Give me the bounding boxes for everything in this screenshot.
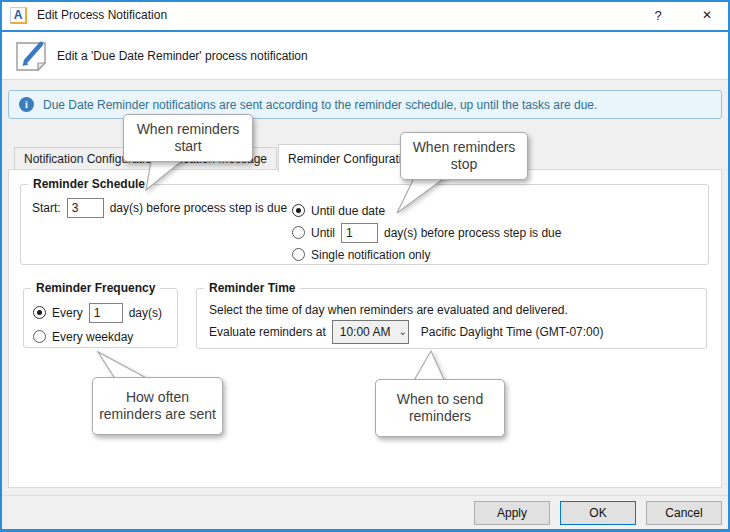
tab-content-panel: Reminder Schedule Start: day(s) before p… (8, 169, 722, 488)
window-title: Edit Process Notification (37, 0, 167, 30)
callout-when-reminders-stop: When reminders stop (400, 132, 528, 180)
info-bar: i Due Date Reminder notifications are se… (8, 90, 722, 119)
timezone-label: Pacific Daylight Time (GMT-07:00) (421, 325, 604, 339)
reminder-time-group: Reminder Time Select the time of day whe… (196, 288, 707, 349)
dialog-header: Edit a 'Due Date Reminder' process notif… (0, 32, 730, 79)
until-days-input[interactable] (341, 223, 378, 243)
reminder-schedule-group: Reminder Schedule Start: day(s) before p… (20, 184, 709, 265)
reminder-schedule-title: Reminder Schedule (28, 177, 150, 191)
app-logo-icon: A (10, 7, 27, 24)
ok-button[interactable]: OK (560, 501, 636, 525)
radio-until-days-before[interactable]: Until day(s) before process step is due (292, 222, 561, 243)
chevron-down-icon: ⌄ (398, 327, 406, 337)
time-dropdown-value: 10:00 AM (340, 325, 391, 339)
footer-divider (0, 495, 730, 496)
start-days-row: Start: day(s) before process step is due (32, 197, 287, 218)
start-label: Start: (32, 201, 61, 215)
radio-until-due-date[interactable]: Until due date (292, 200, 385, 221)
callout-when-reminders-start: When reminders start (123, 114, 253, 162)
cancel-button[interactable]: Cancel (646, 501, 722, 525)
evaluate-reminders-row: Evaluate reminders at 10:00 AM ⌄ Pacific… (209, 319, 603, 345)
reminder-frequency-group: Reminder Frequency Every day(s) Every we… (23, 288, 178, 348)
title-bar: A Edit Process Notification ? ✕ (0, 0, 730, 30)
radio-button-icon[interactable] (33, 330, 46, 343)
radio-every-days[interactable]: Every day(s) (33, 302, 162, 323)
close-button[interactable]: ✕ (692, 0, 722, 30)
info-icon: i (19, 97, 34, 112)
header-divider (0, 79, 730, 80)
start-days-input[interactable] (67, 198, 104, 218)
evaluate-label: Evaluate reminders at (209, 325, 326, 339)
radio-button-icon[interactable] (292, 226, 305, 239)
edit-process-notification-dialog: A Edit Process Notification ? ✕ Edit a '… (0, 0, 730, 532)
radio-button-icon[interactable] (292, 248, 305, 261)
start-suffix-label: day(s) before process step is due (110, 201, 287, 215)
reminder-time-title: Reminder Time (204, 281, 300, 295)
reminder-time-description: Select the time of day when reminders ar… (209, 299, 568, 320)
every-days-input[interactable] (89, 303, 123, 323)
callout-when-to-send-reminders: When to send reminders (375, 379, 505, 437)
dialog-subtitle: Edit a 'Due Date Reminder' process notif… (57, 32, 308, 79)
tab-reminder-configuration[interactable]: Reminder Configuration (278, 144, 418, 172)
radio-every-weekday[interactable]: Every weekday (33, 326, 133, 347)
callout-how-often-reminders-sent: How often reminders are sent (92, 377, 223, 435)
help-button[interactable]: ? (643, 0, 673, 30)
radio-button-icon[interactable] (292, 204, 305, 217)
radio-single-notification[interactable]: Single notification only (292, 244, 430, 265)
apply-button[interactable]: Apply (474, 501, 550, 525)
info-bar-text: Due Date Reminder notifications are sent… (43, 98, 597, 112)
edit-pencil-icon (13, 38, 51, 75)
reminder-frequency-title: Reminder Frequency (31, 281, 160, 295)
radio-button-icon[interactable] (33, 306, 46, 319)
time-dropdown[interactable]: 10:00 AM ⌄ (332, 320, 409, 344)
